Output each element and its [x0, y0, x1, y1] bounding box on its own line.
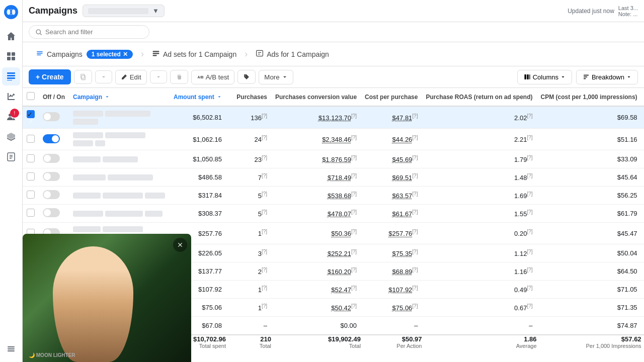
meta-logo[interactable] [3, 4, 19, 20]
campaign-name-cell[interactable] [69, 187, 170, 205]
row-toggle-cell [39, 187, 69, 205]
cpp-cell: $75.35[?] [361, 244, 422, 262]
campaign-toggle[interactable] [43, 134, 60, 143]
tag-button[interactable] [237, 70, 256, 84]
cpp-cell: $75.06[?] [361, 299, 422, 317]
row-checkbox[interactable] [27, 172, 35, 180]
more-button[interactable]: More [259, 70, 293, 84]
sidebar-item-table[interactable] [2, 67, 20, 85]
col-checkbox[interactable] [23, 88, 39, 106]
breadcrumb-ads[interactable]: Ads for 1 Campaign [249, 45, 336, 63]
video-close-button[interactable] [173, 238, 187, 252]
breadcrumb-campaigns[interactable]: Campaigns 1 selected ✕ [29, 45, 140, 63]
col-off-on[interactable]: Off / On [39, 88, 69, 106]
duplicate-icon [79, 73, 87, 80]
edit-label: Edit [130, 73, 141, 81]
purchases-cell: 136[?] [226, 106, 271, 129]
sidebar-item-grid[interactable] [2, 47, 20, 65]
breakdown-button[interactable]: Breakdown [576, 70, 638, 84]
search-icon [35, 29, 42, 36]
search-input[interactable] [45, 28, 143, 36]
campaign-name-cell[interactable] [69, 129, 170, 150]
more-dropdown-button[interactable] [95, 70, 112, 83]
delete-button[interactable] [170, 70, 188, 84]
chevron-down-icon [101, 74, 107, 80]
row-checkbox[interactable]: ✓ [27, 110, 35, 118]
ads-label: Ads for 1 Campaign [267, 50, 329, 58]
campaign-name-block [73, 132, 103, 138]
col-amount-spent[interactable]: Amount spent [170, 88, 226, 106]
svg-rect-9 [7, 77, 15, 79]
ab-test-button[interactable]: A/B A/B test [191, 70, 235, 84]
sidebar-item-menu[interactable] [2, 340, 20, 358]
campaign-name-cell[interactable] [69, 205, 170, 223]
campaign-name-block [103, 193, 143, 199]
page-title: Campaigns [29, 6, 77, 16]
campaign-toggle[interactable] [43, 190, 60, 199]
clear-selection-button[interactable]: ✕ [123, 51, 128, 58]
breakdown-label: Breakdown [592, 73, 624, 81]
cpp-cell: $257.76[?] [361, 223, 422, 244]
roas-cell: 1.16[?] [422, 262, 536, 281]
campaign-name-cell[interactable] [69, 150, 170, 168]
sidebar-item-reports[interactable] [2, 148, 20, 166]
cpc-cell: $0.57 [641, 150, 644, 168]
svg-rect-24 [152, 55, 156, 56]
breadcrumb-adsets[interactable]: Ad sets for 1 Campaign [145, 45, 244, 63]
col-pcv[interactable]: Purchases conversion value [271, 88, 361, 106]
campaign-toggle[interactable] [43, 154, 60, 163]
sidebar-item-home[interactable] [2, 27, 20, 45]
more-chevron-icon [282, 74, 288, 80]
searchbar [23, 22, 644, 42]
purchases-cell: 2[?] [226, 262, 271, 281]
dropdown-arrow-icon: ▼ [152, 7, 159, 15]
col-purchases[interactable]: Purchases [226, 88, 271, 106]
columns-chevron-icon [560, 74, 566, 79]
cpm-cell: $61.79 [537, 205, 641, 223]
sidebar: ! [0, 0, 23, 362]
cpp-cell: $107.92[?] [361, 281, 422, 299]
create-button[interactable]: + Create [29, 69, 71, 84]
amount-spent-cell: $1,050.85 [170, 150, 226, 168]
select-all-checkbox[interactable] [27, 92, 35, 100]
columns-button[interactable]: Columns [517, 70, 572, 84]
sidebar-item-chart[interactable] [2, 87, 20, 106]
campaign-toggle[interactable] [43, 172, 60, 181]
svg-rect-10 [7, 80, 12, 80]
table-row: $1,050.8523[?]$1,876.59[?]$45.69[?]1.79[… [23, 150, 644, 168]
edit-dropdown-button[interactable] [150, 70, 167, 83]
video-logo: 🌙 MOON LIGHTER [29, 352, 75, 358]
table-row: $1,062.1624[?]$2,348.46[?]$44.26[?]2.21[… [23, 129, 644, 150]
campaign-toggle[interactable] [43, 112, 60, 121]
campaign-name-cell[interactable] [69, 168, 170, 187]
svg-rect-23 [152, 53, 159, 54]
footer-cell: 210Total [226, 335, 271, 349]
adsets-icon [152, 49, 160, 59]
video-person [53, 246, 133, 362]
row-checkbox[interactable] [27, 154, 35, 162]
campaign-name-cell[interactable] [69, 106, 170, 129]
search-wrap[interactable] [29, 25, 149, 39]
row-checkbox[interactable] [27, 191, 35, 199]
selected-count: 1 selected [92, 51, 121, 58]
sidebar-item-people[interactable]: ! [2, 108, 20, 126]
col-cpm[interactable]: CPM (cost per 1,000 impressions) [537, 88, 641, 106]
col-roas[interactable]: Purchase ROAS (return on ad spend) [422, 88, 536, 106]
duplicate-button[interactable] [74, 70, 92, 84]
row-checkbox[interactable] [27, 209, 35, 217]
selected-badge[interactable]: 1 selected ✕ [87, 50, 133, 59]
sidebar-item-layers[interactable] [2, 128, 20, 146]
col-cpc[interactable]: CPC (cost per link click) [641, 88, 644, 106]
account-dropdown[interactable]: ▼ [83, 5, 165, 17]
pcv-cell: $0.00 [271, 317, 361, 335]
col-campaign[interactable]: Campaign [69, 88, 170, 106]
campaign-name-block [73, 140, 93, 146]
campaign-toggle[interactable] [43, 208, 60, 217]
cpc-cell: $0.86 [641, 317, 644, 335]
edit-button[interactable]: Edit [115, 70, 147, 84]
pcv-cell: $50.42[?] [271, 299, 361, 317]
footer-cell: $19,902.49Total [271, 335, 361, 349]
row-checkbox[interactable] [27, 135, 35, 143]
table-header-row: Off / On Campaign Amount spent Purchases [23, 88, 644, 106]
col-cpp[interactable]: Cost per purchase [361, 88, 422, 106]
